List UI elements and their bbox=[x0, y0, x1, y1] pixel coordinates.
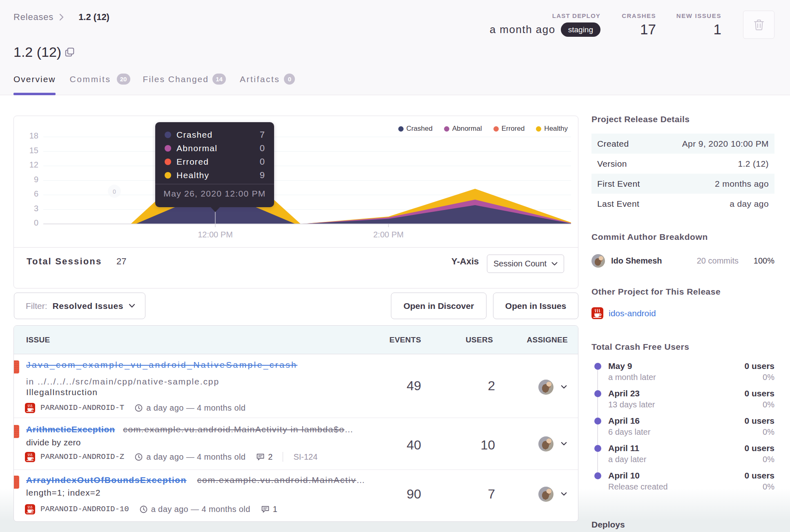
svg-text:0: 0 bbox=[113, 188, 116, 195]
